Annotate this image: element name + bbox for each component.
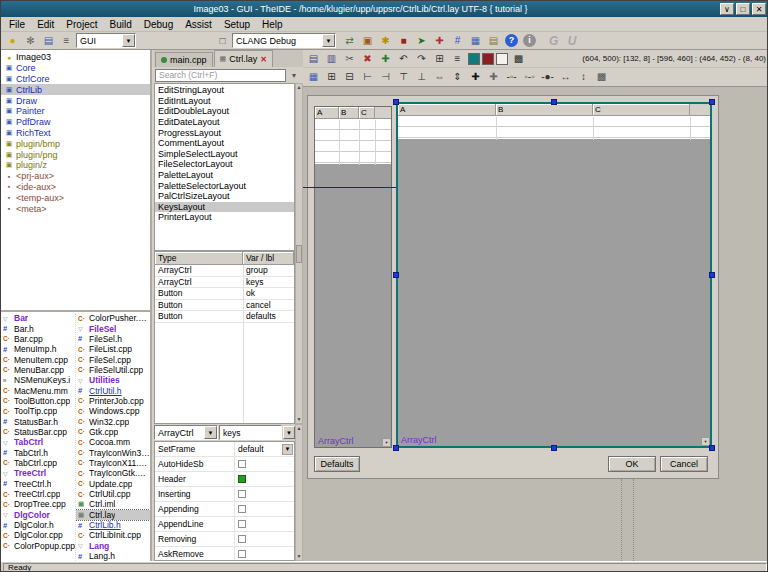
ctrl-table-row[interactable]: ArrayCtrl group — [155, 265, 294, 277]
file-item[interactable]: TreeCtrl.cpp — [1, 489, 75, 499]
column-header[interactable]: C — [593, 104, 690, 115]
move-icon[interactable]: ✚ — [467, 70, 484, 85]
column-header[interactable]: B — [339, 107, 359, 118]
arrayctrl-keys-widget[interactable]: ABC ArrayCtrl ▼ — [396, 102, 712, 448]
scrollbar-thumb[interactable] — [296, 245, 302, 263]
file-item[interactable]: CtrlUtil.h — [76, 385, 150, 395]
designer-canvas[interactable]: ABC ArrayCtrl ▼ ABC ArrayCtrl ▼ — [303, 87, 768, 561]
layout-list-item[interactable]: EditDoubleLayout — [155, 106, 294, 117]
property-checkbox[interactable] — [238, 475, 246, 483]
hash-icon[interactable]: # — [449, 33, 466, 48]
align-right-icon[interactable]: ⊣ — [377, 70, 394, 85]
file-item[interactable]: Update.cpp — [76, 479, 150, 489]
property-row[interactable]: AskRemove ▼ — [155, 547, 294, 561]
redo-icon[interactable]: ↷ — [413, 51, 430, 66]
chevron-down-icon[interactable]: ▼ — [282, 444, 293, 455]
spring-vert-icon[interactable]: ↕ — [575, 70, 592, 85]
size-sample-icon[interactable]: ▩ — [593, 70, 610, 85]
file-item[interactable]: PrinterJob.cpp — [76, 396, 150, 406]
undo-icon[interactable]: ↶ — [395, 51, 412, 66]
menu-item[interactable]: Debug — [138, 18, 179, 31]
package-tree-item[interactable]: plugin/png — [1, 149, 150, 160]
file-item[interactable]: TabCtrl.h — [1, 447, 75, 457]
package-tree-item[interactable]: plugin/bmp — [1, 138, 150, 149]
property-row[interactable]: Appending ▼ — [155, 502, 294, 517]
sample-toggle-icon[interactable]: ▩ — [510, 51, 527, 66]
package-tree-item[interactable]: Painter — [1, 106, 150, 117]
selection-handle[interactable] — [393, 272, 399, 278]
add-item-icon[interactable]: ✚ — [377, 51, 394, 66]
add-row-icon[interactable]: ⊞ — [323, 70, 340, 85]
center-horz-icon[interactable]: ⇔ — [431, 70, 448, 85]
main-package-icon[interactable]: ● — [4, 33, 21, 48]
column-header[interactable]: A — [315, 107, 339, 118]
package-tree-item[interactable]: <meta> — [1, 203, 150, 214]
file-item[interactable]: Bar — [1, 313, 75, 323]
menu-item[interactable]: Help — [256, 18, 289, 31]
move-all-icon[interactable]: ✚ — [485, 70, 502, 85]
package-combo[interactable]: GUI ▼ — [76, 33, 136, 48]
property-checkbox[interactable] — [238, 520, 246, 528]
ctrl-table-row[interactable]: Button defaults — [155, 311, 294, 323]
package-tree-item[interactable]: Draw — [1, 95, 150, 106]
ctrl-type-combo[interactable]: ArrayCtrl ▼ — [154, 425, 218, 440]
property-grid-scrollbar[interactable]: ▲ ▼ — [295, 424, 303, 561]
file-item[interactable]: Bar.cpp — [1, 334, 75, 344]
property-row[interactable]: Removing ▼ — [155, 532, 294, 547]
ok-button[interactable]: OK — [608, 456, 656, 472]
column-header[interactable]: B — [496, 104, 593, 115]
ctrl-table-row[interactable]: ArrayCtrl keys — [155, 277, 294, 289]
package-tree-item[interactable]: CtrlLib — [1, 84, 150, 95]
selection-handle[interactable] — [551, 445, 557, 451]
file-item[interactable]: ToolTip.cpp — [1, 406, 75, 416]
file-item[interactable]: DlgColor.h — [1, 520, 75, 530]
springs-icon[interactable]: ≡ — [449, 51, 466, 66]
package-tree-item[interactable]: Image03 — [1, 52, 150, 63]
spring-horz-icon[interactable]: ↔ — [557, 70, 574, 85]
file-item[interactable]: TreeCtrl — [1, 468, 75, 478]
package-tree-item[interactable]: RichText — [1, 128, 150, 139]
file-item[interactable]: TreeCtrl.h — [1, 479, 75, 489]
folder-icon[interactable]: ▤ — [485, 33, 502, 48]
delete-item-icon[interactable]: ✖ — [359, 51, 376, 66]
file-item[interactable]: Utilities — [76, 375, 150, 385]
file-item[interactable]: ToolButton.cpp — [1, 396, 75, 406]
selection-handle[interactable] — [709, 445, 715, 451]
setup-icon[interactable]: ✻ — [22, 33, 39, 48]
file-item[interactable]: MenuImp.h — [1, 344, 75, 354]
file-item[interactable]: TrayIconGtk.cpp — [76, 468, 150, 478]
tab-ctrl-lay[interactable]: ▦ Ctrl.lay ✕ — [214, 50, 273, 67]
layout-list-item[interactable]: FileSelectorLayout — [155, 159, 294, 170]
menu-item[interactable]: Project — [60, 18, 103, 31]
layout-list-item[interactable]: SimpleSelectLayout — [155, 149, 294, 160]
file-item[interactable]: DlgColor — [1, 510, 75, 520]
package-tree-item[interactable]: Core — [1, 63, 150, 74]
maroon-color-swatch[interactable] — [482, 53, 494, 65]
chevron-down-icon[interactable]: ▼ — [322, 34, 335, 47]
align-top-icon[interactable]: ⊤ — [395, 70, 412, 85]
maximize-button[interactable]: □ — [736, 3, 750, 15]
layout-list-scrollbar[interactable]: ▲ ▼ — [295, 83, 303, 424]
file-item[interactable]: TabCtrl.cpp — [1, 458, 75, 468]
property-row[interactable]: SetFrame default ▼ — [155, 442, 294, 457]
selection-handle[interactable] — [709, 272, 715, 278]
file-item[interactable]: Bar.h — [1, 323, 75, 333]
scroll-up-icon[interactable]: ▲ — [297, 425, 302, 432]
file-item[interactable]: DlgColor.cpp — [1, 530, 75, 540]
tab-main-cpp[interactable]: main.cpp — [155, 52, 213, 67]
file-item[interactable]: TrayIconX11.cpp — [76, 458, 150, 468]
sync-icon[interactable]: ⇄ — [341, 33, 358, 48]
filter-icon[interactable]: ▼ — [287, 69, 301, 82]
file-item[interactable]: NSMenuKeys.i — [1, 375, 75, 385]
property-checkbox[interactable] — [238, 550, 246, 558]
paste-icon[interactable]: ▤ — [305, 51, 322, 66]
file-item[interactable]: Lang.h — [76, 551, 150, 561]
matrix-icon[interactable]: ⊞ — [431, 51, 448, 66]
debug-icon[interactable]: ✚ — [431, 33, 448, 48]
file-item[interactable]: FileList.cpp — [76, 344, 150, 354]
align-left-icon[interactable]: ⊢ — [359, 70, 376, 85]
property-checkbox[interactable] — [238, 535, 246, 543]
package-tree-item[interactable]: PdfDraw — [1, 117, 150, 128]
scroll-down-icon[interactable]: ▼ — [297, 553, 302, 560]
property-row[interactable]: Header ▼ — [155, 472, 294, 487]
